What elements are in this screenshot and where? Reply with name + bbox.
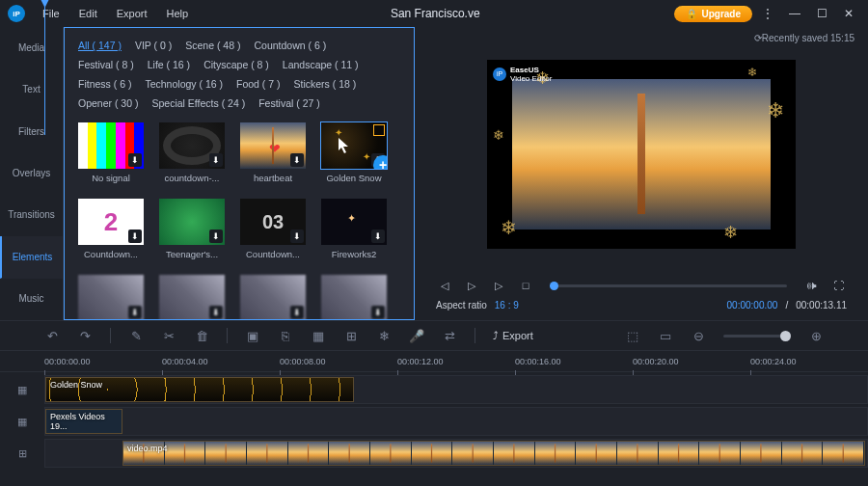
timeline-toolbar: ↶ ↷ ✎ ✂ 🗑 ▣ ⎘ ▦ ⊞ ❄ 🎤 ⇄ ⤴ Export ⬚ ▭ ⊖ ⊕	[0, 320, 868, 351]
menu-help[interactable]: Help	[159, 4, 197, 23]
freeze-icon[interactable]: ❄	[376, 328, 392, 343]
redo-button[interactable]: ↷	[77, 328, 93, 343]
scrub-bar[interactable]	[550, 284, 787, 287]
thumb-teenager-s-[interactable]: ⬇Teenager's...	[159, 199, 225, 259]
zoom-slider[interactable]	[723, 335, 791, 338]
preview-viewport[interactable]: iP EaseUSVideo Editor ❄ ❄ ❄ ❄ ❄ ❄	[432, 37, 851, 271]
prev-frame-button[interactable]: ◁	[436, 277, 453, 294]
download-icon[interactable]: ⬇	[290, 230, 304, 243]
add-to-timeline-button[interactable]: +	[373, 155, 387, 169]
thumb-golden-snow[interactable]: ⬇+Golden Snow	[321, 122, 387, 183]
zoom-icon[interactable]: ⊞	[343, 328, 359, 343]
thumb-countdown-[interactable]: 2⬇Countdown...	[78, 199, 144, 259]
category-special-effects[interactable]: Special Effects ( 24 )	[151, 94, 245, 113]
sidebar-item-media[interactable]: Media	[0, 27, 63, 68]
settings-icon[interactable]: ⋮	[756, 2, 779, 25]
sidebar-item-elements[interactable]: Elements	[0, 236, 63, 278]
aspect-value[interactable]: 16 : 9	[495, 300, 519, 310]
download-icon[interactable]: ⬇	[209, 230, 223, 243]
ruler-mark: 00:00:08.00	[280, 357, 397, 366]
cut-icon[interactable]: ✂	[161, 328, 176, 343]
category-scene[interactable]: Scene ( 48 )	[185, 36, 240, 55]
track-head-icon[interactable]: ⊞	[0, 439, 44, 468]
next-frame-button[interactable]: ▷	[490, 277, 507, 294]
category-life[interactable]: Life ( 16 )	[148, 55, 190, 74]
minimize-icon[interactable]: —	[783, 2, 806, 25]
thumb-item-9[interactable]: ⬇	[159, 275, 225, 320]
zoom-in-icon[interactable]: ⊕	[808, 328, 824, 343]
thumb-fireworks2[interactable]: ✦⬇Fireworks2	[321, 199, 387, 259]
marker-icon[interactable]: ⬚	[625, 328, 640, 343]
category-food[interactable]: Food ( 7 )	[236, 74, 281, 94]
delete-icon[interactable]: 🗑	[194, 328, 209, 343]
play-button[interactable]: ▷	[463, 277, 480, 294]
ruler-mark: 00:00:16.00	[515, 357, 633, 366]
close-icon[interactable]: ✕	[837, 2, 860, 25]
sidebar-item-text[interactable]: Text	[0, 68, 63, 110]
category-festival[interactable]: Festival ( 8 )	[78, 55, 134, 74]
download-icon[interactable]: ⬇	[290, 306, 304, 319]
upgrade-button[interactable]: 🔒Upgrade	[674, 6, 752, 22]
category-all[interactable]: All ( 147 )	[78, 36, 122, 55]
track-lane[interactable]: Pexels Videos 19...	[44, 407, 868, 436]
undo-button[interactable]: ↶	[44, 328, 60, 343]
download-icon[interactable]: ⬇	[209, 153, 223, 167]
split-icon[interactable]: ⎘	[278, 328, 293, 343]
track-lane[interactable]: Golden Snow	[44, 375, 868, 404]
category-technology[interactable]: Technology ( 16 )	[145, 74, 223, 94]
maximize-icon[interactable]: ☐	[810, 2, 833, 25]
thumb-item-10[interactable]: ⬇	[240, 275, 306, 320]
thumb-countdown-[interactable]: 03⬇Countdown...	[240, 199, 306, 259]
mosaic-icon[interactable]: ▦	[311, 328, 326, 343]
sidebar-item-overlays[interactable]: Overlays	[0, 152, 63, 194]
menu-edit[interactable]: Edit	[71, 4, 105, 23]
thumb-heartbeat[interactable]: ❤⬇heartbeat	[240, 122, 306, 183]
thumbnail-grid: ⬇No signal⬇countdown-...❤⬇heartbeat⬇+Gol…	[78, 122, 400, 320]
stop-button[interactable]: □	[517, 277, 534, 294]
thumb-no-signal[interactable]: ⬇No signal	[78, 122, 144, 183]
menu-file[interactable]: File	[35, 4, 68, 23]
track-1: ▦Pexels Videos 19...	[0, 407, 868, 436]
thumb-item-8[interactable]: ⬇	[78, 275, 144, 320]
thumb-label: Countdown...	[84, 249, 138, 259]
zoom-out-icon[interactable]: ⊖	[691, 328, 706, 343]
fit-icon[interactable]: ▭	[658, 328, 673, 343]
sidebar-item-music[interactable]: Music	[0, 279, 63, 320]
download-icon[interactable]: ⬇	[128, 306, 142, 319]
category-festival[interactable]: Festival ( 27 )	[258, 94, 320, 113]
download-icon[interactable]: ⬇	[371, 230, 385, 243]
timeline: 00:00:00.0000:00:04.0000:00:08.0000:00:1…	[0, 351, 868, 486]
track-head-icon[interactable]: ▦	[0, 375, 44, 404]
category-opener[interactable]: Opener ( 30 )	[78, 94, 138, 113]
volume-icon[interactable]: 🕪	[802, 277, 820, 294]
category-cityscape[interactable]: Cityscape ( 8 )	[203, 55, 269, 74]
fullscreen-icon[interactable]: ⛶	[829, 277, 847, 294]
time-ruler[interactable]: 00:00:00.0000:00:04.0000:00:08.0000:00:1…	[0, 351, 868, 372]
speed-icon[interactable]: ⇄	[442, 328, 457, 343]
thumb-item-11[interactable]: ⬇	[321, 275, 387, 320]
edit-icon[interactable]: ✎	[128, 328, 144, 343]
voice-icon[interactable]: 🎤	[409, 328, 424, 343]
category-landscape[interactable]: Landscape ( 11 )	[283, 55, 359, 74]
clip-golden-snow[interactable]: Golden Snow	[45, 377, 354, 402]
export-button[interactable]: ⤴ Export	[493, 330, 533, 341]
download-icon[interactable]: ⬇	[209, 306, 223, 319]
category-fitness[interactable]: Fitness ( 6 )	[78, 74, 131, 94]
category-countdown[interactable]: Countdown ( 6 )	[254, 36, 326, 55]
track-lane[interactable]: video.mp4	[44, 439, 868, 468]
clip-pexels-videos-19-[interactable]: Pexels Videos 19...	[45, 409, 122, 434]
sidebar-item-filters[interactable]: Filters	[0, 111, 63, 152]
menu-export[interactable]: Export	[109, 4, 155, 23]
download-icon[interactable]: ⬇	[128, 230, 142, 243]
download-icon[interactable]: ⬇	[128, 153, 142, 167]
track-head-icon[interactable]: ▦	[0, 407, 44, 436]
crop-icon[interactable]: ▣	[245, 328, 260, 343]
download-icon[interactable]: ⬇	[371, 306, 385, 319]
thumb-countdown-[interactable]: ⬇countdown-...	[159, 122, 225, 183]
download-icon[interactable]: ⬇	[290, 153, 304, 167]
category-stickers[interactable]: Stickers ( 18 )	[294, 74, 357, 94]
clip-video-mp4[interactable]: video.mp4	[122, 441, 865, 466]
select-checkbox[interactable]	[373, 124, 385, 136]
sidebar-item-transitions[interactable]: Transitions	[0, 195, 63, 236]
category-vip[interactable]: VIP ( 0 )	[135, 36, 172, 55]
